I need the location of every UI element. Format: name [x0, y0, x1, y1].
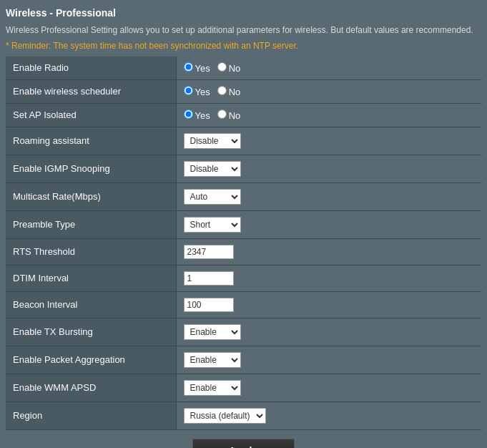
row-label: Beacon Interval [6, 291, 176, 318]
row-value: YesNo [176, 79, 481, 103]
table-row: Enable Packet AggregationEnableDisable [6, 346, 481, 374]
text-input[interactable] [184, 271, 234, 286]
row-label: Enable IGMP Snooping [6, 155, 176, 182]
row-value: Russia (default)United StatesEurope [176, 401, 481, 429]
row-value: Auto125.56911121824364854 [176, 182, 481, 210]
apply-button[interactable]: Apply [192, 439, 295, 448]
radio-label[interactable]: No [217, 63, 241, 74]
select-input[interactable]: EnableDisable [184, 352, 241, 368]
row-label: Enable wireless scheduler [6, 79, 176, 103]
page-container: Wireless - Professional Wireless Profess… [0, 0, 487, 448]
radio-label[interactable]: No [217, 110, 241, 121]
row-label: Enable TX Bursting [6, 318, 176, 346]
radio-group: YesNo [184, 86, 475, 97]
row-value: YesNo [176, 57, 481, 80]
radio-group: YesNo [184, 109, 475, 121]
radio-input[interactable] [217, 86, 227, 95]
row-value: EnableDisable [176, 346, 481, 374]
select-input[interactable]: Auto125.56911121824364854 [184, 189, 241, 205]
row-label: Set AP Isolated [6, 103, 176, 127]
radio-input[interactable] [217, 109, 227, 119]
table-row: Enable TX BurstingEnableDisable [6, 318, 481, 346]
description: Wireless Professional Setting allows you… [6, 24, 481, 36]
table-row: Enable WMM APSDEnableDisable [6, 374, 481, 401]
row-value [176, 291, 481, 318]
reminder: * Reminder: The system time has not been… [6, 41, 481, 51]
radio-label[interactable]: Yes [184, 63, 210, 74]
table-row: RegionRussia (default)United StatesEurop… [6, 401, 481, 429]
table-row: Set AP IsolatedYesNo [6, 103, 481, 127]
radio-input[interactable] [217, 62, 227, 72]
radio-input[interactable] [184, 109, 193, 119]
row-value: EnableDisable [176, 318, 481, 346]
row-value: YesNo [176, 103, 481, 127]
text-input[interactable] [184, 298, 234, 312]
select-input[interactable]: ShortLong [184, 217, 241, 233]
table-row: Preamble TypeShortLong [6, 210, 481, 238]
table-row: DTIM Interval [6, 265, 481, 291]
row-value: ShortLong [176, 210, 481, 238]
row-value: EnableDisable [176, 374, 481, 401]
row-label: DTIM Interval [6, 265, 176, 291]
select-input[interactable]: Russia (default)United StatesEurope [184, 408, 266, 424]
table-row: Enable IGMP SnoopingDisableEnable [6, 155, 481, 182]
radio-group: YesNo [184, 62, 475, 74]
table-row: Roaming assistantDisableEnable [6, 127, 481, 155]
radio-label[interactable]: No [217, 87, 241, 97]
page-title: Wireless - Professional [6, 7, 481, 19]
select-input[interactable]: DisableEnable [184, 161, 241, 177]
row-label: Enable Packet Aggregation [6, 346, 176, 374]
row-label: Enable WMM APSD [6, 374, 176, 401]
row-label: RTS Threshold [6, 238, 176, 265]
row-value: DisableEnable [176, 127, 481, 155]
row-label: Roaming assistant [6, 127, 176, 155]
table-row: RTS Threshold [6, 238, 481, 265]
table-row: Enable RadioYesNo [6, 57, 481, 80]
row-value [176, 238, 481, 265]
row-value: DisableEnable [176, 155, 481, 182]
table-row: Multicast Rate(Mbps)Auto125.569111218243… [6, 182, 481, 210]
radio-label[interactable]: Yes [184, 110, 210, 121]
row-value [176, 265, 481, 291]
radio-input[interactable] [184, 86, 193, 95]
text-input[interactable] [184, 245, 234, 259]
row-label: Enable Radio [6, 57, 176, 80]
table-row: Beacon Interval [6, 291, 481, 318]
row-label: Preamble Type [6, 210, 176, 238]
select-input[interactable]: DisableEnable [184, 133, 241, 149]
select-input[interactable]: EnableDisable [184, 380, 241, 396]
radio-label[interactable]: Yes [184, 87, 210, 97]
radio-input[interactable] [184, 62, 193, 72]
apply-row: Apply [6, 430, 481, 448]
row-label: Region [6, 401, 176, 429]
select-input[interactable]: EnableDisable [184, 324, 241, 340]
row-label: Multicast Rate(Mbps) [6, 182, 176, 210]
settings-table: Enable RadioYesNoEnable wireless schedul… [6, 57, 481, 430]
table-row: Enable wireless schedulerYesNo [6, 79, 481, 103]
